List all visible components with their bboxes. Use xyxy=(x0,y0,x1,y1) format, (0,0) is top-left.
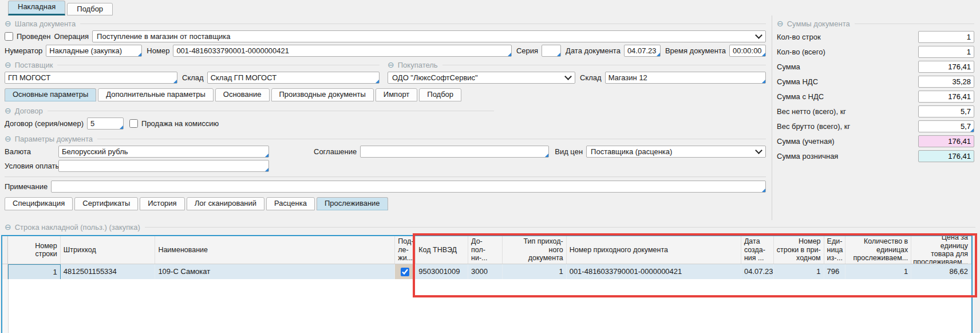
tab-nakladnaya[interactable]: Накладная xyxy=(8,1,65,15)
tab-osnovnye-parametry[interactable]: Основные параметры xyxy=(5,88,96,101)
tab-rastsenka[interactable]: Расценка xyxy=(266,197,315,210)
payment-terms-row: Условия оплаты xyxy=(5,160,766,172)
note-row: Примечание xyxy=(5,181,766,193)
totals-label: Сумма розничная xyxy=(777,152,838,160)
tab-proizvodnye-dokumenty[interactable]: Производные документы xyxy=(271,88,374,101)
cell-tnved-code[interactable]: 9503001009 xyxy=(416,264,468,280)
totals-value-6[interactable] xyxy=(918,120,974,132)
cell-row-selector[interactable] xyxy=(2,264,8,280)
collapse-icon[interactable]: ⊖ xyxy=(5,19,11,28)
totals-value-1[interactable] xyxy=(918,46,974,58)
collapse-icon[interactable]: ⊖ xyxy=(5,61,11,69)
commission-checkbox[interactable] xyxy=(129,119,138,128)
collapse-icon[interactable]: ⊖ xyxy=(5,107,11,115)
contract-input[interactable] xyxy=(87,117,124,130)
supplier-input[interactable] xyxy=(5,72,177,84)
column-header-receipt-doc-type[interactable]: Тип приход- ного документа xyxy=(503,236,567,264)
cell-additional-unit[interactable]: 3000 xyxy=(468,264,503,280)
column-header-tnved-code[interactable]: Код ТНВЭД xyxy=(416,236,468,264)
cell-barcode[interactable]: 4812501155334 xyxy=(61,264,156,280)
proveden-label: Проведен xyxy=(17,32,51,41)
group-title: Строка накладной (польз.) (закупка) xyxy=(15,223,140,232)
tab-spetsifikatsiya[interactable]: Спецификация xyxy=(5,197,73,210)
price-type-select[interactable]: Поставщика (расценка) xyxy=(586,146,766,158)
cell-price-per-traceable-unit[interactable]: 86,62 xyxy=(911,264,971,280)
traceable-checkbox[interactable] xyxy=(401,268,409,276)
agreement-input[interactable] xyxy=(360,146,549,158)
payment-terms-input[interactable] xyxy=(58,160,269,172)
column-header-traceable[interactable]: Под- ле- жи... xyxy=(395,236,416,264)
window-tab-bar: Накладная Подбор xyxy=(0,0,980,15)
cell-name[interactable]: 109-С Самокат xyxy=(155,264,395,280)
totals-value-0[interactable] xyxy=(918,31,974,43)
totals-value-3[interactable] xyxy=(918,76,974,88)
totals-value-5[interactable] xyxy=(918,105,974,117)
column-header-barcode[interactable]: Штрихкод xyxy=(61,236,156,264)
cell-qty-traceable-units[interactable]: 1 xyxy=(845,264,912,280)
totals-value-4[interactable] xyxy=(918,91,974,103)
totals-row: Сумма с НДС xyxy=(777,91,974,103)
cell-traceable[interactable] xyxy=(395,264,416,280)
cell-line-in-receipt[interactable]: 1 xyxy=(774,264,824,280)
tab-podbor-top[interactable]: Подбор xyxy=(67,3,113,15)
collapse-icon[interactable]: ⊖ xyxy=(388,61,394,69)
proveden-checkbox[interactable] xyxy=(5,32,13,41)
collapse-icon[interactable]: ⊖ xyxy=(777,19,784,28)
currency-input[interactable] xyxy=(58,146,269,158)
group-header-supplier: ⊖ Поставщик xyxy=(5,60,380,69)
operation-row: Проведен Операция Поступление в магазин … xyxy=(5,30,766,42)
doc-time-input[interactable] xyxy=(729,45,766,57)
operation-label: Операция xyxy=(54,32,89,41)
tab-log-skanirovaniy[interactable]: Лог сканирований xyxy=(187,197,264,210)
doc-date-input[interactable] xyxy=(624,45,661,57)
tab-import[interactable]: Импорт xyxy=(376,88,417,101)
buyer-warehouse-input[interactable] xyxy=(605,72,766,84)
group-line xyxy=(97,139,766,139)
supplier-warehouse-input[interactable] xyxy=(207,72,380,84)
numerator-input[interactable] xyxy=(46,45,142,57)
column-header-line-number[interactable]: Номер строки xyxy=(8,236,61,264)
tab-podbor-params[interactable]: Подбор xyxy=(419,88,461,101)
totals-row: Сумма xyxy=(777,61,974,73)
tab-proslezhivanie[interactable]: Прослеживание xyxy=(317,197,388,210)
invoice-table-body: 14812501155334109-С Самокат9503001009300… xyxy=(2,264,971,280)
cell-receipt-doc-type[interactable]: 1 xyxy=(503,264,567,280)
totals-row: Вес нетто (всего), кг xyxy=(777,105,974,117)
tab-sertifikaty[interactable]: Сертификаты xyxy=(74,197,138,210)
tab-dopolnitelnye-parametry[interactable]: Дополнительные параметры xyxy=(98,88,214,101)
collapse-icon[interactable]: ⊖ xyxy=(5,223,11,231)
cell-creation-date[interactable]: 04.07.23 xyxy=(741,264,774,280)
cell-receipt-doc-number[interactable]: 001-4816033790001-0000000421 xyxy=(567,264,741,280)
column-header-unit[interactable]: Еди- ница из-... xyxy=(824,236,845,264)
buyer-select[interactable]: ОДО "ЛюксСофтСервис" xyxy=(388,72,575,84)
cell-unit[interactable]: 796 xyxy=(824,264,845,280)
column-header-qty-traceable-units[interactable]: Количество в единицах прослеживаем... xyxy=(845,236,912,264)
number-input[interactable] xyxy=(173,45,512,57)
column-header-additional-unit[interactable]: До- пол- ни-... xyxy=(468,236,503,264)
price-type-value: Поставщика (расценка) xyxy=(591,147,672,156)
table-row[interactable]: 14812501155334109-С Самокат9503001009300… xyxy=(2,264,971,280)
tab-osnovanie[interactable]: Основание xyxy=(215,88,270,101)
column-header-receipt-doc-number[interactable]: Номер приходного документа xyxy=(567,236,741,264)
numerator-label: Нумератор xyxy=(5,46,42,55)
invoice-lines-section: ⊖ Строка накладной (польз.) (закупка) Но… xyxy=(0,220,980,333)
tab-istoriya[interactable]: История xyxy=(140,197,184,210)
column-header-name[interactable]: Наименование xyxy=(155,236,395,264)
totals-value-7[interactable] xyxy=(918,135,974,147)
totals-value-8[interactable] xyxy=(918,150,974,162)
series-input[interactable] xyxy=(542,45,561,57)
operation-select[interactable]: Поступление в магазин от поставщика xyxy=(92,30,766,42)
totals-value-2[interactable] xyxy=(918,61,974,73)
group-title: Шапка документа xyxy=(15,19,76,28)
collapse-icon[interactable]: ⊖ xyxy=(5,135,11,143)
note-input[interactable] xyxy=(51,181,766,193)
column-header-line-in-receipt[interactable]: Номер строки в при- ходном xyxy=(774,236,824,264)
totals-label: Вес нетто (всего), кг xyxy=(777,107,846,116)
column-header-creation-date[interactable]: Дата созда- ния ... xyxy=(741,236,774,264)
table-empty-area[interactable] xyxy=(2,279,971,333)
totals-row: Сумма розничная xyxy=(777,150,974,162)
column-header-price-per-traceable-unit[interactable]: Цена за единицу товара для прослеживаем.… xyxy=(911,236,971,264)
totals-row: Сумма НДС xyxy=(777,76,974,88)
group-header-doc-head: ⊖ Шапка документа xyxy=(5,19,766,28)
cell-line-number[interactable]: 1 xyxy=(8,264,61,280)
